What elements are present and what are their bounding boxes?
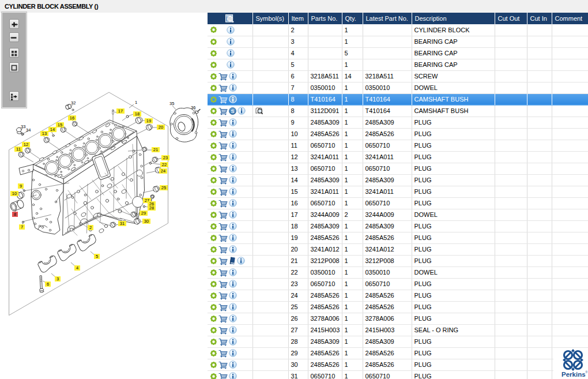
svg-text:22: 22	[162, 162, 167, 167]
svg-text:2: 2	[89, 225, 92, 230]
svg-text:4: 4	[76, 265, 78, 271]
svg-text:25: 25	[161, 185, 166, 190]
svg-text:Perkins: Perkins	[561, 371, 586, 378]
svg-text:3: 3	[56, 276, 59, 282]
svg-text:35: 35	[169, 101, 174, 106]
svg-text:10: 10	[12, 191, 17, 196]
svg-text:34: 34	[26, 127, 31, 133]
svg-text:28: 28	[149, 205, 154, 211]
svg-text:17: 17	[118, 108, 123, 114]
svg-text:29: 29	[141, 211, 146, 216]
svg-text:15: 15	[58, 122, 62, 127]
svg-text:7: 7	[21, 224, 23, 230]
svg-text:33: 33	[21, 124, 25, 129]
svg-text:14: 14	[50, 127, 55, 132]
svg-text:6: 6	[47, 282, 49, 287]
svg-text:21: 21	[153, 147, 158, 152]
svg-text:5: 5	[96, 254, 98, 259]
svg-text:24: 24	[161, 168, 165, 174]
svg-text:32: 32	[71, 100, 76, 106]
svg-text:36: 36	[191, 105, 195, 110]
svg-text:19: 19	[146, 118, 151, 123]
svg-text:8: 8	[14, 212, 16, 217]
svg-text:11: 11	[16, 147, 21, 152]
svg-text:23: 23	[163, 155, 168, 160]
svg-text:20: 20	[159, 125, 163, 130]
svg-text:31: 31	[120, 221, 125, 226]
svg-text:13: 13	[42, 131, 47, 136]
svg-text:30: 30	[144, 219, 149, 224]
svg-text:18: 18	[135, 111, 140, 117]
svg-text:16: 16	[70, 115, 74, 121]
svg-text:1: 1	[135, 100, 137, 105]
svg-text:12: 12	[24, 142, 28, 147]
svg-text:®: ®	[586, 370, 588, 374]
svg-text:9: 9	[20, 183, 22, 189]
